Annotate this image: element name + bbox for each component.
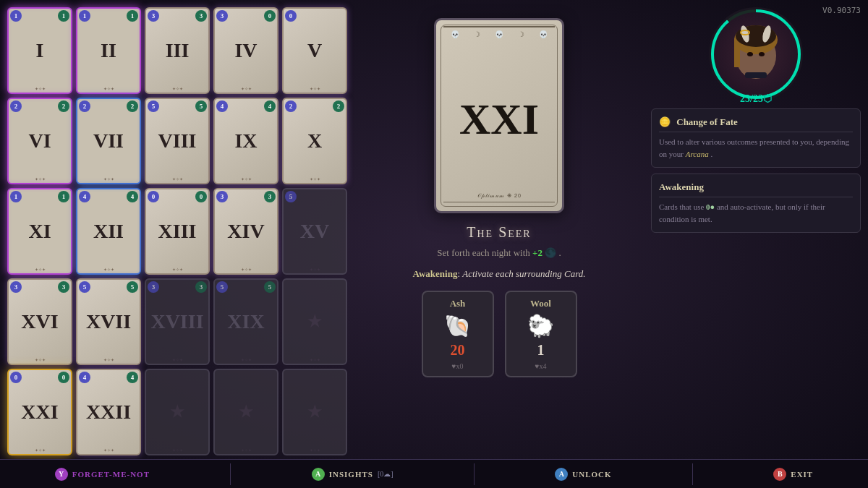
card-badge-left-7: 2 — [79, 100, 90, 112]
card-icon-25: ✦✧✦ — [310, 448, 320, 453]
card-numeral-8: VIII — [158, 129, 197, 153]
resource-ash: Ash 🐚 20 ♥x0 — [422, 291, 494, 377]
card-5[interactable]: 0V✦✧✦ — [282, 7, 347, 94]
card-13[interactable]: 00XIII✦✧✦ — [145, 188, 210, 275]
card-icon-12: ✦✧✦ — [103, 267, 114, 272]
forget-me-not-label: FORGET-ME-NOT — [72, 470, 150, 479]
card-numeral-16: XVI — [21, 310, 58, 333]
card-badge-left-18: 3 — [148, 281, 159, 293]
card-6[interactable]: 22VI✦✧✦ — [7, 98, 72, 184]
card-3[interactable]: 33III✦✧✦ — [145, 7, 210, 94]
portrait-ring — [709, 7, 803, 101]
card-numeral-23: ★ — [170, 403, 184, 421]
card-badge-left-2: 1 — [79, 10, 90, 22]
card-badge-right-17: 5 — [127, 281, 138, 293]
card-14[interactable]: 33XIV✦✧✦ — [213, 188, 278, 275]
insights-btn[interactable]: A INSIGHTS [0☁] — [312, 468, 393, 481]
card-icon-10: ✦✧✦ — [310, 176, 320, 181]
resource-wool: Wool 🐑 1 ♥x4 — [505, 291, 577, 377]
a-key-unlock: A — [555, 468, 568, 481]
card-badge-right-7: 2 — [127, 100, 138, 112]
card-16[interactable]: 33XVI✦✧✦ — [7, 278, 72, 365]
card-numeral-19: XIX — [227, 310, 264, 333]
card-15[interactable]: 5XV✦✧✦ — [282, 188, 347, 275]
b-key-exit: B — [773, 468, 786, 481]
card-8[interactable]: 55VIII✦✧✦ — [145, 98, 210, 184]
card-badge-right-4: 0 — [264, 10, 276, 22]
info-box-fate: 🪙 Change of Fate Used to alter various o… — [651, 108, 861, 168]
card-24[interactable]: ★✦✧✦ — [213, 369, 278, 455]
wool-sub: ♥x4 — [535, 362, 547, 370]
character-portrait-container: 23/23⬡ — [709, 7, 803, 101]
card-badge-left-12: 4 — [79, 191, 90, 202]
card-badge-left-13: 0 — [148, 191, 159, 202]
card-badge-right-12: 4 — [127, 191, 138, 202]
exit-label: EXIT — [791, 470, 813, 479]
card-2[interactable]: 11II✦✧✦ — [76, 7, 141, 94]
awakening-body: Cards that use 0● and auto-activate, but… — [659, 201, 853, 225]
card-18[interactable]: 33XVIII✦✧✦ — [145, 278, 210, 365]
card-badge-right-21: 0 — [58, 372, 69, 383]
card-numeral-21: XXI — [21, 401, 58, 424]
card-numeral-18: XVIII — [150, 310, 203, 333]
card-badge-right-13: 0 — [195, 191, 207, 202]
card-numeral-25: ★ — [307, 403, 322, 421]
awakening-title: Awakening — [659, 181, 853, 193]
card-title: The Seer — [467, 224, 531, 241]
sep-3 — [692, 463, 693, 485]
card-icon-3: ✦✧✦ — [172, 86, 183, 91]
card-numeral-13: XIII — [158, 220, 197, 243]
card-badge-right-2: 1 — [127, 10, 138, 22]
svg-point-6 — [747, 52, 753, 56]
card-icon-17: ✦✧✦ — [103, 357, 114, 362]
card-12[interactable]: 44XII✦✧✦ — [76, 188, 141, 275]
card-21[interactable]: 00XXI✦✧✦ — [7, 369, 72, 455]
card-numeral-9: IX — [234, 129, 257, 153]
card-badge-right-9: 4 — [264, 100, 276, 112]
card-icon-14: ✦✧✦ — [241, 267, 252, 272]
card-badge-right-3: 3 — [195, 10, 207, 22]
card-badge-right-8: 5 — [195, 100, 207, 112]
card-11[interactable]: 11XI✦✧✦ — [7, 188, 72, 275]
card-icon-11: ✦✧✦ — [35, 267, 46, 272]
a-key-insights: A — [312, 468, 325, 481]
card-7[interactable]: 22VII✦✧✦ — [76, 98, 141, 184]
card-numeral-24: ★ — [239, 403, 253, 421]
card-icon-6: ✦✧✦ — [35, 176, 46, 181]
svg-point-7 — [759, 52, 765, 56]
card-20[interactable]: ★✦✧✦ — [282, 278, 347, 365]
exit-btn[interactable]: B EXIT — [773, 468, 813, 481]
hp-current: 23 — [740, 93, 750, 104]
arcana-keyword: Arcana — [686, 150, 709, 158]
card-badge-right-1: 1 — [58, 10, 69, 22]
card-bottom-border: 𝒪𝓅𝓉𝒾𝓂𝓊𝓂 ❋ 𝟤𝟢 — [443, 189, 555, 202]
selected-card-display[interactable]: 💀 ☽ 💀 ☽ 💀 XXI 𝒪𝓅𝓉𝒾𝓂𝓊𝓂 ❋ 𝟤𝟢 — [434, 18, 564, 213]
forget-me-not-btn[interactable]: Y FORGET-ME-NOT — [55, 468, 150, 481]
card-4[interactable]: 30IV✦✧✦ — [213, 7, 278, 94]
bottom-bar: Y FORGET-ME-NOT A INSIGHTS [0☁] A UNLOCK… — [0, 459, 868, 488]
card-17[interactable]: 55XVII✦✧✦ — [76, 278, 141, 365]
card-icon-13: ✦✧✦ — [172, 267, 183, 272]
card-10[interactable]: 22X✦✧✦ — [282, 98, 347, 184]
card-badge-right-6: 2 — [58, 100, 69, 112]
card-numeral-7: VII — [93, 129, 124, 153]
card-25[interactable]: ★✦✧✦ — [282, 369, 347, 455]
card-19[interactable]: 55XIX✦✧✦ — [213, 278, 278, 365]
card-icon-21: ✦✧✦ — [35, 448, 46, 453]
card-icon-16: ✦✧✦ — [35, 357, 46, 362]
card-badge-left-11: 1 — [10, 191, 22, 202]
card-1[interactable]: 11I✦✧✦ — [7, 7, 72, 94]
awakening-value: 0● — [706, 202, 715, 211]
card-badge-right-19: 5 — [264, 281, 276, 293]
card-9[interactable]: 44IX✦✧✦ — [213, 98, 278, 184]
card-icon-24: ✦✧✦ — [241, 448, 252, 453]
wool-name: Wool — [530, 298, 551, 309]
card-numeral-20: ★ — [307, 312, 322, 331]
card-23[interactable]: ★✦✧✦ — [145, 369, 210, 455]
card-icon-5: ✦✧✦ — [310, 86, 320, 91]
fate-divider — [659, 132, 853, 132]
card-icon-2: ✦✧✦ — [103, 86, 114, 91]
card-22[interactable]: 44XXII✦✧✦ — [76, 369, 141, 455]
unlock-btn[interactable]: A UNLOCK — [555, 468, 611, 481]
card-icon-8: ✦✧✦ — [172, 176, 183, 181]
